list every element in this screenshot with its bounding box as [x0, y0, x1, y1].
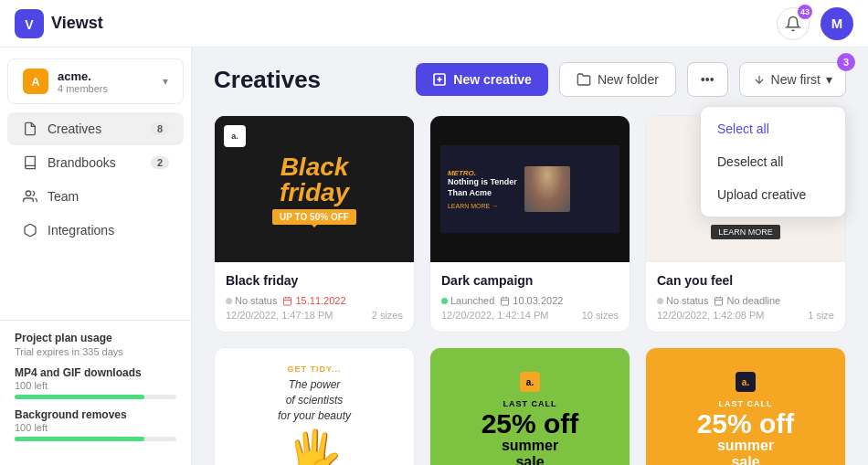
- svg-rect-11: [502, 297, 509, 304]
- status-badge-can-you-feel: No status: [657, 295, 708, 306]
- svg-text:V: V: [25, 17, 34, 32]
- workspace-info: acme. 4 members: [58, 69, 153, 94]
- card-body-black-friday: Black friday No status 15.11.2022: [215, 262, 414, 332]
- creative-card-last-call-yellow[interactable]: a. LAST CALL 25% off summer sale Last Ca…: [645, 347, 846, 465]
- app-logo-icon: V: [15, 9, 44, 38]
- svg-rect-15: [715, 297, 723, 304]
- page-title: Creatives: [214, 66, 405, 94]
- dropdown-deselect-all[interactable]: Deselect all: [701, 145, 845, 178]
- dropdown-select-all[interactable]: Select all: [701, 112, 845, 145]
- app-header: V Viewst 43 M: [0, 0, 868, 48]
- dc-inner: METRO. Nothing is TenderThan Acme LEARN …: [440, 145, 619, 233]
- sidebar-item-label-integrations: Integrations: [48, 223, 114, 238]
- card-thumbnail-last-call-green: a. LAST CALL 25% off summer sale: [430, 348, 630, 465]
- status-badge-dark-campaign: Launched: [441, 295, 494, 306]
- header-left: V Viewst: [15, 9, 103, 38]
- dropdown-upload-creative[interactable]: Upload creative: [701, 178, 845, 211]
- calendar-icon: [500, 296, 510, 306]
- creative-card-black-friday[interactable]: a. Blackfriday UP TO 50% OFF Black frida…: [214, 115, 415, 333]
- sidebar-item-label-team: Team: [48, 189, 79, 204]
- new-folder-button[interactable]: New folder: [559, 62, 676, 97]
- workspace-members: 4 members: [58, 83, 153, 94]
- card-footer-black-friday: 12/20/2022, 1:47:18 PM 2 sizes: [226, 310, 403, 321]
- book-icon: [22, 154, 38, 171]
- header-right: 43 M: [777, 7, 853, 40]
- thumb-ss-yellow: a. LAST CALL 25% off summer sale: [646, 348, 845, 465]
- bf-logo: a.: [224, 125, 246, 147]
- card-meta-black-friday: No status 15.11.2022: [226, 295, 403, 306]
- sidebar: A acme. 4 members ▾ Creatives 8: [0, 48, 192, 465]
- status-dot: [226, 298, 232, 304]
- folder-icon: [577, 72, 591, 87]
- dc-person: [524, 166, 570, 212]
- card-title-can-you-feel: Can you feel: [657, 273, 834, 288]
- sidebar-item-integrations[interactable]: Integrations: [7, 214, 184, 247]
- sidebar-item-label-brandbooks: Brandbooks: [48, 155, 116, 170]
- card-footer-dark-campaign: 12/20/2022, 1:42:14 PM 10 sizes: [441, 310, 619, 321]
- chevron-sort-icon: ▾: [826, 72, 832, 87]
- brandbooks-badge: 2: [151, 156, 169, 169]
- creative-card-last-call-green[interactable]: a. LAST CALL 25% off summer sale Last Ca…: [429, 347, 630, 465]
- card-title-black-friday: Black friday: [226, 273, 403, 288]
- sidebar-item-label-creatives: Creatives: [48, 122, 101, 136]
- date-can-you-feel: No deadline: [714, 295, 780, 306]
- new-creative-button[interactable]: New creative: [416, 63, 548, 96]
- card-body-dark-campaign: Dark campaign Launched 10.03.2022: [430, 262, 630, 332]
- sort-wrapper: New first ▾ 3 Select all Deselect all Up…: [739, 62, 846, 97]
- card-meta-can-you-feel: No status No deadline: [657, 295, 834, 306]
- app-layout: A acme. 4 members ▾ Creatives 8: [0, 48, 868, 465]
- status-badge-black-friday: No status: [226, 295, 277, 306]
- sort-button[interactable]: New first ▾: [739, 62, 846, 97]
- main-toolbar: Creatives New creative New folder •••: [192, 48, 868, 108]
- card-thumbnail-last-call-yellow: a. LAST CALL 25% off summer sale: [646, 348, 845, 465]
- svg-point-2: [26, 191, 30, 196]
- mp4-gif-sub: 100 left: [15, 380, 176, 391]
- plan-sub: Trial expires in 335 days: [15, 346, 176, 357]
- notification-badge: 43: [798, 5, 812, 19]
- sidebar-item-creatives[interactable]: Creatives 8: [7, 112, 184, 145]
- sidebar-item-brandbooks[interactable]: Brandbooks 2: [7, 146, 184, 179]
- card-thumbnail-power-scientists: GET TIDY... The powerof scientistsfor yo…: [215, 348, 414, 465]
- bell-icon: [785, 16, 801, 32]
- app-name: Viewst: [51, 14, 103, 33]
- cube-icon: [22, 222, 38, 238]
- bg-remove-progress: [15, 437, 176, 441]
- chevron-down-icon: ▾: [163, 75, 168, 88]
- new-creative-icon: [432, 72, 447, 87]
- bg-remove-label: Background removes: [15, 408, 176, 421]
- user-avatar-button[interactable]: M: [820, 7, 853, 40]
- creatives-badge: 8: [151, 122, 169, 135]
- card-thumbnail-dark-campaign: METRO. Nothing is TenderThan Acme LEARN …: [430, 116, 630, 262]
- status-dot: [657, 298, 663, 304]
- sidebar-item-team[interactable]: Team: [7, 180, 184, 213]
- workspace-selector[interactable]: A acme. 4 members ▾: [7, 58, 184, 104]
- workspace-name: acme.: [58, 69, 153, 83]
- dc-brand-text: METRO. Nothing is TenderThan Acme LEARN …: [448, 169, 517, 208]
- card-footer-can-you-feel: 12/20/2022, 1:42:08 PM 1 size: [657, 310, 834, 321]
- svg-rect-7: [284, 297, 291, 304]
- notifications-button[interactable]: 43: [777, 7, 810, 40]
- sort-icon: [753, 73, 766, 86]
- more-dropdown-menu: Select all Deselect all Upload creative: [700, 106, 846, 217]
- card-body-can-you-feel: Can you feel No status No deadline: [646, 262, 845, 332]
- mp4-gif-fill: [15, 395, 144, 399]
- sidebar-nav: Creatives 8 Brandbooks 2: [0, 111, 191, 248]
- thumb-dc: METRO. Nothing is TenderThan Acme LEARN …: [430, 116, 630, 262]
- mp4-gif-label: MP4 and GIF downloads: [15, 366, 176, 379]
- more-options-button[interactable]: •••: [687, 62, 728, 97]
- bg-remove-fill: [15, 437, 144, 441]
- card-thumbnail-black-friday: a. Blackfriday UP TO 50% OFF: [215, 116, 414, 262]
- creative-card-dark-campaign[interactable]: METRO. Nothing is TenderThan Acme LEARN …: [429, 115, 630, 333]
- date-black-friday: 15.11.2022: [282, 295, 345, 306]
- calendar-icon: [282, 296, 292, 306]
- date-dark-campaign: 10.03.2022: [500, 295, 563, 306]
- creative-card-power-scientists[interactable]: GET TIDY... The powerof scientistsfor yo…: [214, 347, 415, 465]
- card-meta-dark-campaign: Launched 10.03.2022: [441, 295, 619, 306]
- mp4-gif-progress: [15, 395, 176, 399]
- bf-title: Blackfriday: [280, 154, 349, 206]
- calendar-icon: [714, 296, 724, 306]
- thumb-bf: a. Blackfriday UP TO 50% OFF: [215, 116, 414, 262]
- workspace-avatar: A: [23, 69, 48, 94]
- card-title-dark-campaign: Dark campaign: [441, 273, 619, 288]
- sidebar-bottom: Project plan usage Trial expires in 335 …: [0, 320, 191, 454]
